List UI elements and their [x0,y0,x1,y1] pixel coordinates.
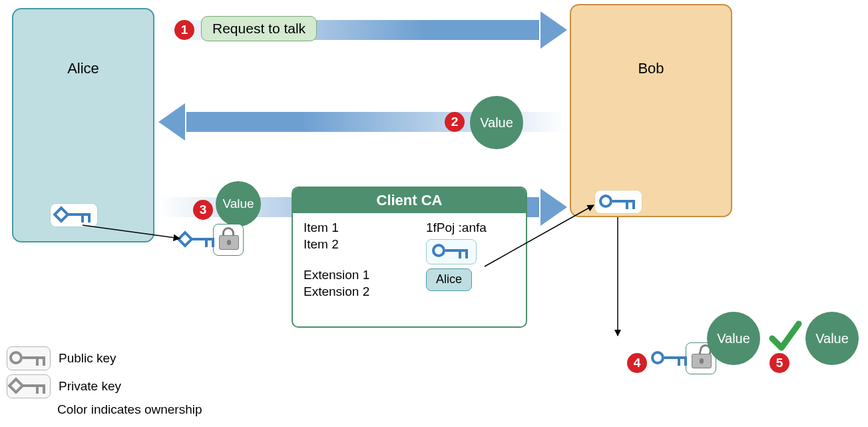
step-3-badge: 3 [193,200,213,220]
step-3-value-text: Value [222,197,254,211]
legend-row-public: Public key [7,346,202,370]
arrow-alice-key-to-lock [80,221,193,248]
checkmark-icon [768,318,803,353]
svg-line-1 [485,205,594,266]
step-4-badge: 4 [627,353,647,373]
alice-label: Alice [13,60,153,77]
step-5-value: Value [805,312,859,365]
client-ca-right-col: 1fPoj :anfa Alice [426,220,487,291]
ca-ext: Extension 2 [304,284,369,300]
legend-note: Color indicates ownership [57,402,202,417]
step-1-num: 1 [181,23,188,37]
lock-closed-icon [219,228,238,250]
step-5-num: 5 [776,356,783,370]
step-2-value: Value [470,96,523,149]
private-key-icon [9,378,48,395]
arrow-bob-key-down [611,217,624,344]
client-ca-left-col: Item 1 Item 2 Extension 1 Extension 2 [304,220,369,300]
ca-subject-chip: Alice [426,268,472,290]
step-2-badge: 2 [445,112,465,132]
ca-pubkey-chip [426,239,477,265]
svg-line-0 [83,225,180,238]
step-5-value-text: Value [815,331,849,346]
step-3-value: Value [216,181,261,226]
legend-row-private: Private key [7,374,202,398]
legend-private-label: Private key [59,379,121,394]
step-5-badge: 5 [769,353,789,373]
ca-item: Item 2 [304,236,369,253]
step-3-num: 3 [200,203,207,216]
step-4-value-text: Value [717,331,750,346]
public-key-icon [432,242,471,260]
legend-public-label: Public key [59,351,116,366]
step-4-num: 4 [634,356,641,370]
step-2-num: 2 [451,115,459,129]
bob-label: Bob [571,60,731,77]
step-2-value-text: Value [480,115,513,131]
step-1-badge: 1 [174,20,194,40]
ca-item: Item 1 [304,220,369,236]
public-key-icon [651,350,690,367]
step-4-value: Value [707,312,760,365]
step-4-keylock [651,342,716,374]
legend: Public key Private key Color indicates o… [7,346,202,417]
ca-code: 1fPoj :anfa [426,220,487,236]
step-1-label: Request to talk [201,16,317,41]
step-1-label-text: Request to talk [212,21,306,36]
lock-open-icon [692,347,710,368]
arrow-ca-key-to-bob [482,200,608,273]
ca-ext: Extension 1 [304,267,369,284]
public-key-icon [9,350,48,367]
bob-box: Bob [570,4,732,217]
